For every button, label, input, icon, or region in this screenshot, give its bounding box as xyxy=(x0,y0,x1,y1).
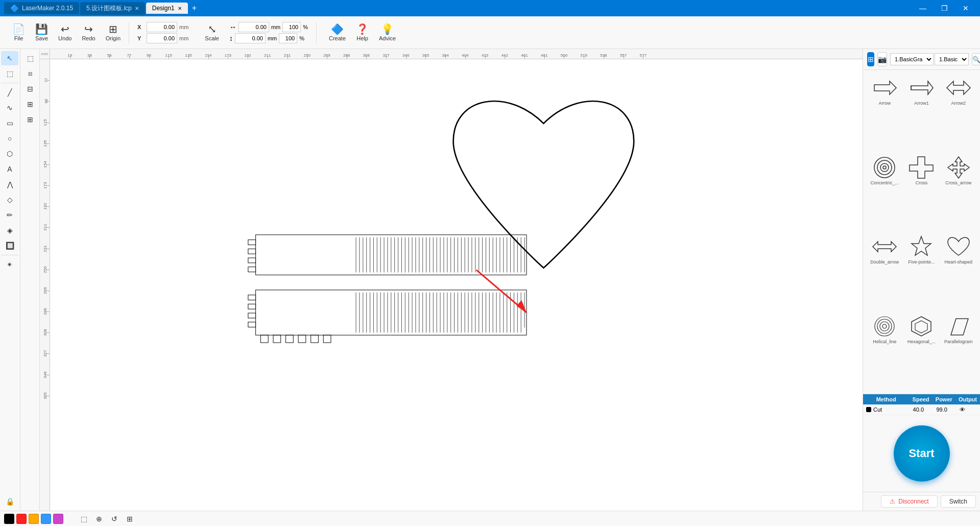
start-button[interactable]: Start xyxy=(894,425,950,482)
paint-tool[interactable]: ◈ xyxy=(1,223,18,237)
y-label: Y xyxy=(137,35,145,41)
panel-tool[interactable]: 🔲 xyxy=(1,238,18,253)
copy-tool[interactable]: ⬚ xyxy=(21,51,39,65)
eraser-tool[interactable]: ◇ xyxy=(1,193,18,207)
swatch-orange[interactable] xyxy=(29,514,39,524)
text2-tool[interactable]: ⋀ xyxy=(1,177,18,192)
shape-item-cross-arrow[interactable]: Cross_arrow xyxy=(941,154,976,231)
shape-item-hexagonal[interactable]: Hexagonal_... xyxy=(904,313,939,390)
output-cell[interactable]: 👁 xyxy=(957,405,980,414)
align-tool[interactable]: ⊟ xyxy=(21,82,39,96)
svg-marker-128 xyxy=(951,319,968,335)
close-button[interactable]: ✕ xyxy=(955,1,976,15)
select-tool[interactable]: ↖ xyxy=(1,51,18,65)
panel-search-button[interactable]: 🔍 xyxy=(972,53,980,65)
tab-lasermaker[interactable]: 🔷 LaserMaker 2.0.15 xyxy=(4,2,79,14)
redo-button[interactable]: ↪ Redo xyxy=(78,22,99,43)
undo-button[interactable]: ↩ Undo xyxy=(54,22,76,43)
shape-item-parallelogram[interactable]: Parallelogram xyxy=(941,313,976,390)
shape-preview-cross-arrow xyxy=(944,156,973,179)
actions-group: 🔷 Create ❓ Help 💡 Advice xyxy=(321,22,404,43)
height-pct-input[interactable] xyxy=(279,33,297,43)
file-button[interactable]: 📄 File xyxy=(8,22,29,43)
switch-button[interactable]: Switch xyxy=(941,495,976,508)
text-tool[interactable]: A xyxy=(1,162,18,176)
shape-item-arrow1[interactable]: Arrow1 xyxy=(904,74,939,152)
tab-close-design1[interactable]: ✕ xyxy=(178,6,182,11)
polygon-tool[interactable]: ⬡ xyxy=(1,147,18,161)
sparkle-tool[interactable]: ✴ xyxy=(1,257,18,272)
y-input[interactable] xyxy=(147,33,177,43)
advice-icon: 💡 xyxy=(381,24,394,34)
svg-rect-55 xyxy=(248,295,256,300)
line-tool[interactable]: ╱ xyxy=(1,85,18,100)
shape-label-cross: Cross xyxy=(916,180,928,185)
shape-preview-arrow xyxy=(870,76,899,100)
shape-category-select[interactable]: 1.BasicGra xyxy=(890,53,934,65)
left-toolbar: ↖ ⬚ ╱ ∿ ▭ ○ ⬡ A ⋀ ◇ ✏ ◈ 🔲 ✴ 🔒 xyxy=(0,49,20,511)
svg-rect-3 xyxy=(248,258,256,263)
save-button[interactable]: 💾 Save xyxy=(31,22,52,43)
camera-panel-button[interactable]: 📷 xyxy=(877,52,887,66)
select-rect-tool[interactable]: ⬚ xyxy=(1,66,18,81)
minimize-button[interactable]: — xyxy=(913,1,933,15)
swatch-blue[interactable] xyxy=(41,514,51,524)
mirror-tool[interactable]: ⊟ xyxy=(21,66,39,81)
status-tool-4[interactable]: ⊞ xyxy=(124,513,136,525)
help-button[interactable]: ❓ Help xyxy=(352,22,373,43)
shape-item-arrow2[interactable]: Arrow2 xyxy=(941,74,976,152)
shape-item-helical[interactable]: Helical_line xyxy=(867,313,902,390)
array-tool[interactable]: ⊞ xyxy=(21,112,39,127)
canvas-content[interactable] xyxy=(50,59,863,511)
shape-type-select[interactable]: 1.Basic xyxy=(935,53,969,65)
lock-button[interactable]: 🔒 xyxy=(1,494,18,509)
status-tool-1[interactable]: ⬚ xyxy=(78,513,90,525)
rectangle-tool[interactable]: ▭ xyxy=(1,116,18,130)
ellipse-tool[interactable]: ○ xyxy=(1,131,18,146)
swatch-red[interactable] xyxy=(16,514,27,524)
speed-cell: 40.0 xyxy=(910,405,934,414)
status-tool-3[interactable]: ↺ xyxy=(108,513,121,525)
shape-item-heart[interactable]: Heart-shaped xyxy=(941,233,976,310)
tab-design1[interactable]: Design1 ✕ xyxy=(146,3,188,14)
advice-button[interactable]: 💡 Advice xyxy=(375,22,400,43)
add-tab-button[interactable]: + xyxy=(189,4,200,13)
shape-item-double-arrow[interactable]: Double_arrow xyxy=(867,233,902,310)
method-table-header: Method Speed Power Output xyxy=(863,394,980,404)
x-input[interactable] xyxy=(147,22,177,32)
shape-item-cross[interactable]: Cross xyxy=(904,154,939,231)
tab-close-template[interactable]: ✕ xyxy=(135,6,139,11)
shape-item-concentric[interactable]: Concentric_... xyxy=(867,154,902,231)
tab-design-template[interactable]: 5.设计图模板.lcp ✕ xyxy=(80,2,145,15)
svg-rect-62 xyxy=(298,335,306,343)
shape-item-five-star[interactable]: Five-pointe... xyxy=(904,233,939,310)
file-icon: 📄 xyxy=(12,24,25,34)
width-pct-input[interactable] xyxy=(282,22,301,32)
shape-label-five-star: Five-pointe... xyxy=(908,259,935,265)
origin-button[interactable]: ⊞ Origin xyxy=(102,22,125,43)
design-canvas[interactable] xyxy=(50,59,863,511)
disconnect-button[interactable]: ⚠ Disconnect xyxy=(881,495,937,508)
comb-box-2 xyxy=(248,290,527,343)
shape-label-heart: Heart-shaped xyxy=(945,259,973,265)
height-input[interactable] xyxy=(235,33,266,43)
status-tool-2[interactable]: ⊕ xyxy=(93,513,105,525)
swatch-purple[interactable] xyxy=(53,514,63,524)
svg-marker-119 xyxy=(947,81,970,94)
swatch-black[interactable] xyxy=(4,514,14,524)
width-input[interactable] xyxy=(238,22,269,32)
grid-tool[interactable]: ⊞ xyxy=(21,97,39,111)
shape-item-arrow[interactable]: Arrow xyxy=(867,74,902,152)
scale-button[interactable]: ⤡ Scale xyxy=(201,22,223,43)
width-scale-icon: ↔ xyxy=(229,23,236,31)
origin-icon: ⊞ xyxy=(109,24,117,34)
shape-label-cross-arrow: Cross_arrow xyxy=(945,180,971,185)
view-panel-button[interactable]: ⊞ xyxy=(867,52,874,66)
create-button[interactable]: 🔷 Create xyxy=(325,22,350,43)
pencil-tool[interactable]: ✏ xyxy=(1,208,18,222)
shape-preview-five-star xyxy=(907,235,936,258)
shape-preview-parallelogram xyxy=(944,315,973,338)
power-col-header: Power xyxy=(933,394,955,404)
maximize-button[interactable]: ❐ xyxy=(934,1,954,15)
curve-tool[interactable]: ∿ xyxy=(1,101,18,115)
